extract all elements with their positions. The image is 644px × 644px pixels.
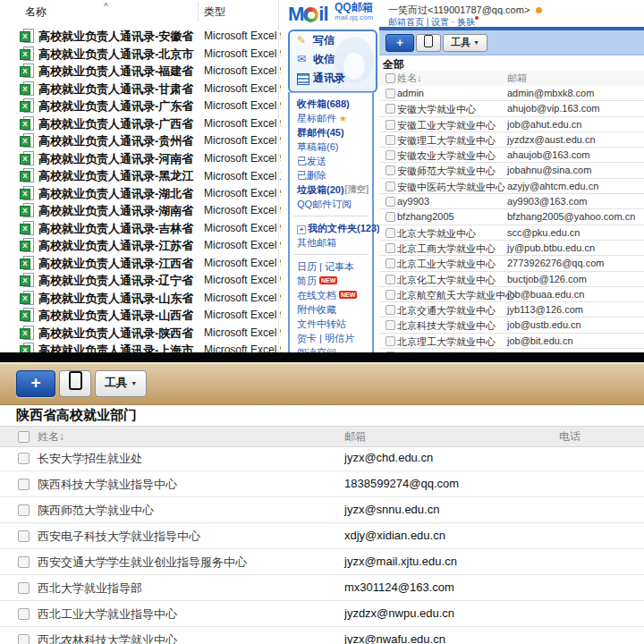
contact-row[interactable]: 安徽大学就业中心 ahujob@vip.163.com (379, 101, 644, 116)
contact-row[interactable]: admin admin@mbxk8.com (379, 86, 644, 101)
file-row[interactable]: X 高校就业负责人通讯录-山西省 Microsoft Excel 9 (0, 306, 284, 324)
row-checkbox[interactable] (386, 165, 395, 175)
mobile-contacts-button[interactable] (59, 370, 91, 397)
expand-icon[interactable]: + (297, 225, 306, 234)
row-checkbox[interactable] (386, 305, 395, 315)
email-column-header[interactable]: 邮箱 (344, 429, 366, 445)
row-checkbox[interactable] (386, 243, 395, 253)
row-checkbox[interactable] (18, 479, 30, 490)
folder-group-mail[interactable]: 群邮件(45) (290, 125, 372, 140)
row-checkbox[interactable] (18, 453, 30, 464)
file-row[interactable]: X 高校就业负责人通讯录-安徽省 Microsoft Excel 9 (0, 27, 284, 45)
tools-dropdown-button[interactable]: 工具 ▼ (95, 370, 147, 397)
row-checkbox[interactable] (386, 182, 395, 191)
contact-row[interactable]: 西北大学就业指导部 mx301124@163.com (0, 575, 644, 601)
tools-dropdown-button[interactable]: 工具 ▼ (443, 34, 487, 52)
file-row[interactable]: X 高校就业负责人通讯录-辽宁省 Microsoft Excel 9 (0, 271, 284, 289)
file-row[interactable]: X 高校就业负责人通讯录-黑龙江 Microsoft Excel 工 (0, 166, 284, 184)
file-row[interactable]: X 高校就业负责人通讯录-北京市 Microsoft Excel 9 (0, 45, 284, 63)
folder-drafts[interactable]: 草稿箱(6) (290, 140, 372, 154)
add-contact-button[interactable]: + (16, 370, 55, 397)
folder-my-folders[interactable]: +我的文件夹(123) (290, 221, 372, 235)
contact-row[interactable]: 西北工业大学就业指导中心 jyzdzx@nwpu.edu.cn (0, 601, 644, 627)
contact-row[interactable]: 安徽理工大学就业中心 jyzdzx@aust.edu.cn (379, 132, 644, 148)
row-checkbox[interactable] (386, 135, 395, 145)
nav-links-text[interactable]: 邮箱首页 | 设置 · 换肤 (388, 17, 475, 27)
file-row[interactable]: X 高校就业负责人通讯录-河南省 Microsoft Excel 9 (0, 149, 284, 167)
contact-row[interactable]: 北京科技大学就业中心 job@ustb.edu.cn (379, 318, 644, 333)
file-row[interactable]: X 高校就业负责人通讯录-江苏省 Microsoft Excel 9 (0, 236, 284, 254)
file-row[interactable]: X 高校就业负责人通讯录-甘肃省 Microsoft Excel 9 (0, 80, 284, 97)
contact-row[interactable]: 长安大学招生就业处 jyzx@chd.edu.cn (0, 445, 644, 471)
row-checkbox[interactable] (386, 336, 395, 346)
contact-row[interactable]: 北京工业大学就业中心 2773926276@qq.com (379, 256, 644, 271)
app-resume[interactable]: 简历 NEW (290, 274, 372, 288)
row-checkbox[interactable] (18, 504, 30, 516)
email-column-header[interactable]: 邮箱 (507, 72, 527, 85)
column-header-name[interactable]: 名称 (25, 4, 47, 20)
row-checkbox[interactable] (386, 258, 395, 268)
mobile-contacts-button[interactable] (416, 34, 441, 52)
file-row[interactable]: X 高校就业负责人通讯录-山东省 Microsoft Excel 9 (0, 289, 284, 307)
select-all-checkbox[interactable] (18, 431, 30, 443)
row-checkbox[interactable] (386, 197, 395, 207)
row-checkbox[interactable] (386, 150, 395, 160)
file-row[interactable]: X 高校就业负责人通讯录-福建省 Microsoft Excel 9 (0, 62, 284, 80)
row-checkbox[interactable] (386, 275, 395, 284)
contact-row[interactable]: 安徽师范大学就业中心 jobahnu@sina.com (379, 163, 644, 178)
contact-row[interactable]: 安徽农业大学就业中心 ahaujob@163.com (379, 148, 644, 163)
row-checkbox[interactable] (386, 104, 395, 114)
contact-row[interactable]: 陕西科技大学就业指导中心 1838599274@qq.com (0, 471, 644, 497)
empty-spam-link[interactable]: [清空] (344, 182, 369, 197)
qqmail-logo[interactable]: Mil QQ邮箱 mail.qq.com (288, 3, 373, 26)
column-divider[interactable] (198, 2, 199, 21)
contact-row[interactable]: 西安电子科技大学就业指导中心 xdjy@xidian.edu.cn (0, 523, 644, 549)
row-checkbox[interactable] (386, 320, 395, 330)
file-row[interactable]: X 高校就业负责人通讯录-陕西省 Microsoft Excel 9 (0, 324, 284, 342)
contact-row[interactable]: 北京交通大学就业中心 jyb113@126.com (379, 302, 644, 318)
contact-row[interactable]: ay9903 ay9903@163.com (379, 194, 644, 209)
contact-row[interactable]: 西安交通大学学生就业创业指导服务中心 jyzx@mail.xjtu.edu.cn (0, 549, 644, 575)
phone-column-header[interactable]: 电话 (559, 429, 580, 445)
contact-row[interactable]: 安徽中医药大学就业中心 azyjy@ahtcm.edu.cn (379, 179, 644, 194)
sidebar-compose[interactable]: ✎ 写信 (290, 31, 376, 50)
file-row[interactable]: X 高校就业负责人通讯录-贵州省 Microsoft Excel 9 (0, 131, 284, 149)
file-row[interactable]: X 高校就业负责人通讯录-湖南省 Microsoft Excel 9 (0, 201, 284, 219)
app-online-docs[interactable]: 在线文档 NEW (290, 288, 372, 302)
contact-row[interactable]: bfzhang2005 bfzhang2005@yahoo.com.cn (379, 209, 644, 225)
column-header-type[interactable]: 类型 (204, 4, 225, 20)
file-row[interactable]: X 高校就业负责人通讯录-广东省 Microsoft Excel 9 (0, 97, 284, 114)
row-checkbox[interactable] (18, 556, 30, 568)
folder-sent[interactable]: 已发送 (290, 154, 372, 168)
contact-row[interactable]: 陕西师范大学就业中心 jyzx@snnu.edu.cn (0, 497, 644, 523)
add-contact-button[interactable]: + (386, 34, 414, 52)
row-checkbox[interactable] (18, 582, 30, 594)
app-greeting-cards[interactable]: 贺卡 | 明信片 (290, 331, 372, 345)
name-column-header[interactable]: 姓名↓ (397, 72, 422, 85)
folder-starred[interactable]: 星标邮件 ★ (290, 111, 372, 125)
contact-row[interactable]: 北京化工大学就业中心 buctjob@126.com (379, 272, 644, 287)
row-checkbox[interactable] (386, 212, 395, 222)
folder-other-mailboxes[interactable]: 其他邮箱 (290, 235, 372, 250)
row-checkbox[interactable] (386, 120, 395, 130)
file-row[interactable]: X 高校就业负责人通讯录-吉林省 Microsoft Excel 9 (0, 219, 284, 237)
folder-inbox[interactable]: 收件箱(688) (290, 97, 372, 111)
sidebar-receive[interactable]: ✉ 收信 (290, 50, 376, 69)
row-checkbox[interactable] (386, 89, 395, 98)
contact-row[interactable]: 北京工商大学就业中心 jy@pub.btbu.edu.cn (379, 241, 644, 256)
app-file-transfer[interactable]: 文件中转站 (290, 317, 372, 331)
contact-row[interactable]: 北京理工大学就业中心 job@bit.edu.cn (379, 334, 644, 349)
contact-row[interactable]: 西北农林科技大学就业中心 jyzx@nwafu.edu.cn (0, 627, 644, 644)
sidebar-contacts[interactable]: 通讯录 (290, 69, 376, 88)
folder-subscriptions[interactable]: QQ邮件订阅 (290, 197, 372, 211)
folder-spam[interactable]: 垃圾箱(20) [清空] (290, 182, 372, 197)
file-row[interactable]: X 高校就业负责人通讯录-广西省 Microsoft Excel 9 (0, 114, 284, 132)
select-all-checkbox[interactable] (386, 73, 395, 83)
row-checkbox[interactable] (18, 634, 30, 644)
file-row[interactable]: X 高校就业负责人通讯录-江西省 Microsoft Excel 9 (0, 254, 284, 272)
app-attachment-favorites[interactable]: 附件收藏 (290, 302, 372, 317)
row-checkbox[interactable] (386, 228, 395, 238)
row-checkbox[interactable] (18, 608, 30, 620)
row-checkbox[interactable] (18, 530, 30, 542)
contact-row[interactable]: 安徽工业大学就业中心 job@ahut.edu.cn (379, 117, 644, 132)
